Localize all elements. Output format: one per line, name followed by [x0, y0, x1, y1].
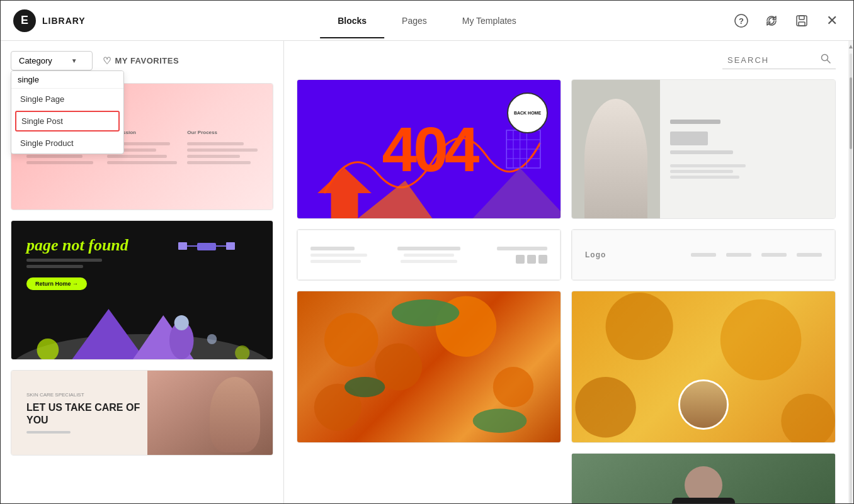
search-bar: [297, 51, 836, 69]
header: E LIBRARY Blocks Pages My Templates ?: [1, 1, 853, 41]
svg-point-39: [720, 300, 802, 381]
search-input-wrap: [722, 51, 836, 69]
main-layout: Category ▼ Single Page Single Post Singl…: [1, 41, 853, 504]
svg-rect-8: [178, 242, 187, 250]
template-card-orange-food[interactable]: [297, 291, 561, 443]
beauty-title: LET US TAKE CARE OF YOU: [26, 401, 140, 425]
template-card-chef-green[interactable]: Felix Smith Delivery of healthy food: [571, 453, 836, 504]
template-card-404-dark[interactable]: page not found Return Home →: [11, 220, 273, 360]
scroll-up-icon[interactable]: ▲: [848, 43, 853, 50]
left-card-3-wrapper: SKIN CARE SPECIALIST LET US TAKE CARE OF…: [1, 370, 283, 466]
close-icon[interactable]: ✕: [823, 12, 841, 30]
search-input[interactable]: [727, 55, 816, 65]
dropdown-item-single-post[interactable]: Single Post: [15, 111, 120, 132]
dropdown-item-single-page[interactable]: Single Page: [11, 89, 123, 109]
beauty-sub-label: SKIN CARE SPECIALIST: [26, 392, 140, 398]
svg-point-33: [493, 367, 533, 407]
svg-point-14: [174, 315, 189, 330]
return-home-button[interactable]: Return Home →: [26, 277, 87, 290]
dropdown-arrow-icon: ▼: [71, 57, 77, 64]
template-card-footer-strip[interactable]: [297, 229, 561, 281]
logo-text: LIBRARY: [42, 16, 86, 26]
category-dropdown[interactable]: Category ▼ Single Page Single Post Singl…: [11, 51, 93, 70]
dropdown-menu: Single Page Single Post Single Product: [11, 70, 124, 154]
svg-marker-11: [72, 309, 145, 359]
category-button[interactable]: Category ▼: [11, 51, 93, 70]
svg-marker-20: [317, 168, 372, 218]
template-card-nav-header[interactable]: Logo: [571, 229, 836, 281]
svg-point-38: [606, 293, 673, 360]
svg-text:?: ?: [739, 16, 744, 26]
page-not-found-text: page not found: [26, 236, 128, 255]
dropdown-item-single-product[interactable]: Single Product: [11, 133, 123, 154]
profile-avatar: [678, 379, 729, 430]
logo-icon: E: [13, 9, 36, 32]
save-icon[interactable]: [793, 12, 811, 30]
svg-point-36: [344, 377, 385, 397]
svg-rect-9: [226, 242, 235, 250]
food-illustration: [297, 291, 561, 442]
left-panel: Category ▼ Single Page Single Post Singl…: [1, 41, 284, 504]
svg-point-40: [575, 377, 635, 437]
svg-point-15: [37, 339, 59, 359]
logo-area: E LIBRARY: [13, 9, 114, 32]
svg-point-37: [473, 408, 527, 433]
nav-tabs: Blocks Pages My Templates: [320, 3, 534, 38]
svg-rect-4: [799, 22, 805, 26]
help-icon[interactable]: ?: [732, 12, 750, 30]
right-panel: 404: [284, 41, 853, 504]
scrollbar: ▲ ▼: [848, 41, 853, 504]
template-card-purple-404[interactable]: 404: [297, 79, 561, 219]
dark-illustration: [11, 284, 273, 359]
svg-point-17: [207, 334, 217, 344]
template-grid: 404: [297, 79, 836, 504]
filter-row: Category ▼ Single Page Single Post Singl…: [1, 41, 283, 76]
four-oh-four-text: 404: [382, 118, 476, 181]
process-label: Our Process: [187, 130, 258, 135]
tab-blocks[interactable]: Blocks: [320, 3, 384, 38]
search-icon[interactable]: [821, 53, 831, 66]
refresh-icon[interactable]: [763, 12, 780, 30]
template-card-beauty[interactable]: SKIN CARE SPECIALIST LET US TAKE CARE OF…: [11, 370, 273, 456]
scroll-track: [850, 53, 852, 504]
dropdown-search-input[interactable]: [11, 71, 123, 89]
satellite-icon: [178, 233, 235, 259]
svg-marker-28: [473, 168, 561, 218]
svg-rect-5: [197, 243, 216, 250]
svg-rect-3: [799, 16, 804, 20]
svg-point-41: [781, 394, 835, 442]
tab-my-templates[interactable]: My Templates: [445, 3, 534, 38]
favorites-button[interactable]: ♡ MY FAVORITES: [103, 55, 179, 67]
scroll-thumb[interactable]: [850, 77, 852, 149]
nav-logo-label: Logo: [585, 250, 606, 259]
tab-pages[interactable]: Pages: [384, 3, 445, 38]
right-content: 404: [284, 41, 848, 504]
svg-point-35: [392, 300, 459, 327]
back-home-badge[interactable]: BACK HOME: [507, 92, 548, 133]
template-card-profile-food[interactable]: [571, 291, 836, 443]
left-card-2-wrapper: page not found Return Home →: [1, 220, 283, 370]
heart-icon: ♡: [103, 55, 111, 67]
svg-point-30: [324, 313, 379, 367]
header-actions: ? ✕: [732, 12, 841, 30]
template-card-doctor[interactable]: [571, 79, 836, 219]
svg-line-19: [828, 60, 831, 64]
beauty-photo: [147, 371, 273, 455]
